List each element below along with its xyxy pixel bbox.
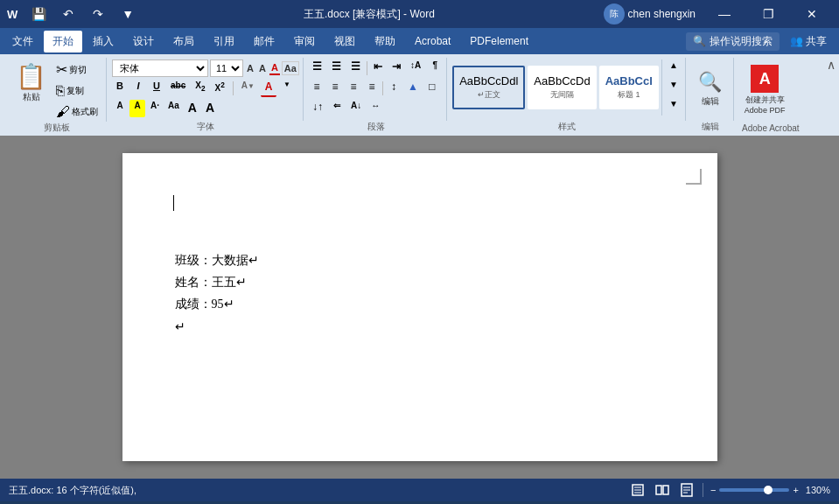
menu-item-home[interactable]: 开始 — [44, 31, 82, 52]
view-read-btn[interactable] — [678, 481, 696, 499]
multilevel-btn[interactable]: ☰ — [347, 60, 364, 77]
para-row3-btn4[interactable]: ↔ — [367, 100, 383, 117]
font-row3-btn3[interactable]: A· — [147, 100, 163, 117]
font-row3-btn5[interactable]: A — [185, 100, 200, 117]
font-row3-btn1[interactable]: A — [112, 100, 128, 117]
menu-item-layout[interactable]: 布局 — [164, 31, 203, 52]
menu-item-review[interactable]: 审阅 — [285, 31, 324, 52]
menu-item-acrobat[interactable]: Acrobat — [406, 32, 459, 51]
menu-bar: 文件 开始 插入 设计 布局 引用 邮件 审阅 视图 帮助 Acrobat PD… — [0, 28, 839, 54]
zoom-minus-btn[interactable]: − — [710, 485, 716, 495]
decrease-indent-btn[interactable]: ⇤ — [370, 60, 386, 77]
menu-item-mailings[interactable]: 邮件 — [245, 31, 283, 52]
clipboard-label: 剪贴板 — [7, 122, 106, 134]
change-case-btn[interactable]: Aa — [282, 61, 299, 75]
zoom-plus-btn[interactable]: + — [793, 485, 798, 495]
styles-scroll-up-btn[interactable]: ▲ — [666, 60, 682, 77]
bold-btn[interactable]: B — [112, 80, 128, 97]
page-corner-mark — [686, 169, 702, 185]
paste-btn[interactable]: 📋 粘贴 — [10, 58, 52, 110]
strikethrough-btn[interactable]: abc — [167, 80, 189, 97]
para-row3-btn2[interactable]: ⇐ — [329, 100, 345, 117]
status-bar-left: 王五.docx: 16 个字符(近似值), — [9, 484, 136, 497]
subscript-btn[interactable]: X2 — [192, 80, 208, 97]
menu-item-design[interactable]: 设计 — [124, 31, 163, 52]
line-spacing-btn[interactable]: ↕ — [386, 80, 402, 97]
style-heading1[interactable]: AaBbCcl 标题 1 — [599, 66, 659, 109]
para-row3-btn1[interactable]: ↓↑ — [309, 100, 326, 117]
font-size-select[interactable]: 11 — [210, 60, 243, 77]
font-row3-btn2[interactable]: A — [129, 100, 145, 117]
title-bar-right: 陈 chen shengxin — ❐ ✕ — [598, 0, 832, 28]
styles-more-btn[interactable]: ▼ — [666, 98, 682, 116]
search-box[interactable]: 🔍 操作说明搜索 — [686, 32, 780, 51]
cut-btn[interactable]: ✂ 剪切 — [53, 60, 101, 80]
user-area[interactable]: 陈 chen shengxin — [598, 4, 701, 24]
zoom-level: 130% — [806, 485, 830, 495]
align-right-btn[interactable]: ≡ — [346, 80, 361, 97]
clear-format-btn[interactable]: A — [269, 61, 280, 75]
share-btn[interactable]: 👥 共享 — [781, 32, 836, 51]
align-left-btn[interactable]: ≡ — [309, 80, 325, 97]
menu-item-file[interactable]: 文件 — [3, 31, 42, 52]
sort-btn[interactable]: ↕A — [407, 60, 424, 77]
zoom-slider[interactable]: − + — [710, 485, 799, 495]
paste-icon: 📋 — [16, 65, 46, 89]
font-shrink-btn[interactable]: A — [257, 62, 268, 74]
close-btn[interactable]: ✕ — [792, 0, 832, 28]
menu-item-insert[interactable]: 插入 — [84, 31, 122, 52]
italic-btn[interactable]: I — [130, 80, 146, 97]
acrobat-group: A 创建并共享 Adobe PDF Adobe Acrobat — [736, 58, 806, 121]
style-normal[interactable]: AaBbCcDdl ↵正文 — [452, 66, 525, 109]
numbering-btn[interactable]: ☰ — [328, 60, 345, 77]
show-marks-btn[interactable]: ¶ — [427, 60, 443, 77]
font-color-arrow[interactable]: ▼ — [279, 80, 295, 97]
doc-area: 班级：大数据↵ 姓名：王五↵ 成绩：95↵ ↵ — [0, 136, 839, 479]
menu-item-references[interactable]: 引用 — [205, 31, 243, 52]
ribbon-expand-btn[interactable]: ∧ — [827, 58, 836, 72]
redo-btn[interactable]: ↷ — [86, 2, 110, 26]
create-pdf-label: 创建并共享 Adobe PDF — [745, 94, 786, 115]
justify-btn[interactable]: ≡ — [364, 80, 380, 97]
increase-indent-btn[interactable]: ⇥ — [388, 60, 404, 77]
document-page[interactable]: 班级：大数据↵ 姓名：王五↵ 成绩：95↵ ↵ — [122, 153, 717, 461]
style-no-spacing[interactable]: AaBbCcDd 无间隔 — [528, 66, 596, 109]
para-row3-btn3[interactable]: A↓ — [347, 100, 365, 117]
editing-label: 编辑 — [702, 95, 719, 108]
cut-label: 剪切 — [69, 64, 87, 76]
font-grow-btn[interactable]: A — [245, 62, 255, 74]
clipboard-group: 📋 粘贴 ✂ 剪切 ⎘ 复制 🖌 格式刷 — [7, 58, 107, 122]
create-pdf-btn[interactable]: A 创建并共享 Adobe PDF — [739, 61, 791, 118]
menu-item-help[interactable]: 帮助 — [366, 31, 404, 52]
undo-btn[interactable]: ↶ — [56, 2, 80, 26]
font-color-btn[interactable]: A — [261, 80, 276, 97]
paragraph-label: 段落 — [305, 121, 446, 133]
customize-quick-access-btn[interactable]: ▼ — [115, 2, 140, 26]
menu-item-pdfelement[interactable]: PDFelement — [461, 32, 537, 51]
font-name-select[interactable]: 宋体 — [112, 60, 208, 77]
borders-btn[interactable]: □ — [424, 80, 440, 97]
quick-save-btn[interactable]: 💾 — [26, 2, 51, 26]
minimize-btn[interactable]: — — [704, 0, 745, 28]
menu-item-view[interactable]: 视图 — [325, 31, 364, 52]
doc-line-2: 姓名：王五↵ — [175, 271, 665, 293]
underline-btn[interactable]: U — [149, 80, 164, 97]
text-highlight-btn[interactable]: A▼ — [238, 80, 258, 97]
superscript-btn[interactable]: X2 — [212, 80, 228, 97]
view-print-btn[interactable] — [629, 481, 647, 499]
shading-btn[interactable]: ▲ — [404, 80, 422, 97]
editing-btn[interactable]: 🔍 编辑 — [691, 67, 730, 111]
view-web-btn[interactable] — [654, 481, 671, 499]
svg-rect-5 — [663, 486, 668, 494]
align-center-btn[interactable]: ≡ — [327, 80, 343, 97]
font-row3-btn4[interactable]: Aa — [164, 100, 183, 117]
copy-btn[interactable]: ⎘ 复制 — [53, 81, 101, 101]
bullets-btn[interactable]: ☰ — [309, 60, 325, 77]
format-painter-btn[interactable]: 🖌 格式刷 — [53, 102, 101, 122]
font-row3-btn6[interactable]: A — [202, 100, 218, 117]
zoom-track[interactable] — [719, 488, 789, 492]
doc-title: 王五.docx [兼容模式] - Word — [304, 8, 435, 20]
user-avatar: 陈 — [604, 4, 625, 24]
restore-btn[interactable]: ❐ — [748, 0, 788, 28]
styles-scroll-down-btn[interactable]: ▼ — [666, 79, 682, 96]
